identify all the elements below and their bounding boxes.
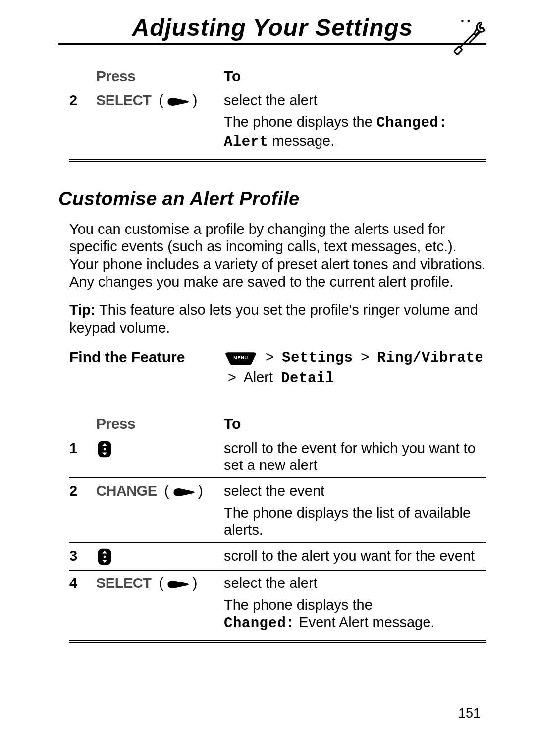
path-detail: Detail	[281, 370, 334, 387]
to-cell: scroll to the event for which you want t…	[224, 436, 486, 478]
path-ring-vibrate: Ring/Vibrate	[377, 350, 483, 366]
header-rule: Adjusting Your Settings	[58, 15, 486, 45]
key-label: CHANGE	[96, 483, 157, 499]
to-text: select the event	[224, 482, 486, 499]
key-label: SELECT	[96, 575, 151, 591]
step-number: 2	[69, 88, 96, 155]
step-number: 2	[69, 478, 96, 543]
tip-label: Tip:	[69, 302, 96, 318]
press-cell: SELECT ( )	[96, 88, 224, 155]
paragraph: You can customise a profile by changing …	[69, 221, 486, 291]
to-text: The phone displays the list of available…	[224, 504, 486, 538]
col-header-to: To	[224, 412, 486, 435]
svg-text:MENU: MENU	[233, 355, 248, 360]
key-label: SELECT	[96, 92, 151, 108]
step-number: 3	[69, 543, 96, 570]
page: Adjusting Your Settings	[0, 0, 535, 756]
table-row: 3 scroll to the alert you want	[69, 543, 486, 570]
to-text: The phone displays the Changed:	[224, 114, 486, 132]
svg-point-10	[104, 448, 106, 451]
svg-point-14	[104, 556, 106, 558]
menu-key-icon: MENU	[224, 349, 258, 368]
col-header-to: To	[224, 64, 486, 88]
page-number: 151	[458, 706, 481, 721]
svg-point-5	[468, 20, 470, 22]
softkey-icon	[169, 483, 198, 499]
to-text: Alert message.	[224, 132, 486, 151]
table-end-rule	[69, 159, 486, 162]
section-heading: Customise an Alert Profile	[58, 188, 486, 210]
find-the-feature-path: MENU > Settings > Ring/Vibrate > Alert D…	[224, 348, 483, 388]
table-row: 2 SELECT ( ) select the alert T	[69, 88, 486, 155]
to-text: select the alert	[224, 575, 486, 591]
page-title: Adjusting Your Settings	[58, 15, 486, 43]
press-cell: CHANGE ( )	[96, 478, 224, 543]
table-end-rule	[69, 640, 486, 643]
press-cell: SELECT ( )	[96, 570, 224, 636]
to-text: The phone displays the Changed: Event Al…	[224, 596, 486, 632]
step-number: 4	[69, 570, 96, 636]
col-header-press: Press	[96, 412, 224, 435]
to-text: scroll to the alert you want for the eve…	[224, 547, 486, 564]
press-to-table: Press To 1	[69, 412, 486, 636]
section-body: You can customise a profile by changing …	[69, 221, 486, 337]
table-row: 1 scroll to the event for which	[69, 436, 486, 478]
tip-paragraph: Tip: This feature also lets you set the …	[69, 301, 486, 337]
to-text: scroll to the event for which you want t…	[224, 440, 486, 473]
step-number: 1	[69, 436, 96, 478]
softkey-icon	[163, 92, 193, 108]
table-row: 4 SELECT ( ) select the alert T	[69, 570, 486, 636]
to-cell: select the alert The phone displays the …	[224, 570, 486, 636]
table-row: 2 CHANGE ( ) select the event The phone …	[69, 478, 486, 543]
col-header-press: Press	[96, 64, 224, 88]
table-1: Press To 2 SELECT ( )	[69, 64, 486, 162]
to-cell: select the event The phone displays the …	[224, 478, 486, 543]
softkey-icon	[163, 575, 193, 591]
to-cell: scroll to the alert you want for the eve…	[224, 543, 486, 570]
nav-key-icon	[96, 548, 113, 564]
page-header: Adjusting Your Settings	[58, 15, 486, 45]
to-cell: select the alert The phone displays the …	[224, 88, 486, 155]
svg-rect-2	[454, 46, 463, 55]
to-text: select the alert	[224, 92, 486, 109]
path-settings: Settings	[282, 350, 353, 366]
svg-point-4	[461, 20, 464, 22]
table-2: Press To 1	[69, 412, 486, 642]
nav-key-icon	[96, 440, 113, 456]
find-the-feature: Find the Feature MENU > Settings > Ring/…	[69, 348, 486, 388]
settings-tools-icon	[451, 18, 489, 57]
path-alert-word: Alert	[243, 369, 273, 385]
find-the-feature-label: Find the Feature	[69, 348, 224, 388]
tip-text: This feature also lets you set the profi…	[69, 302, 478, 335]
press-cell	[96, 436, 224, 478]
press-to-table: Press To 2 SELECT ( )	[69, 64, 486, 155]
press-cell	[96, 543, 224, 570]
